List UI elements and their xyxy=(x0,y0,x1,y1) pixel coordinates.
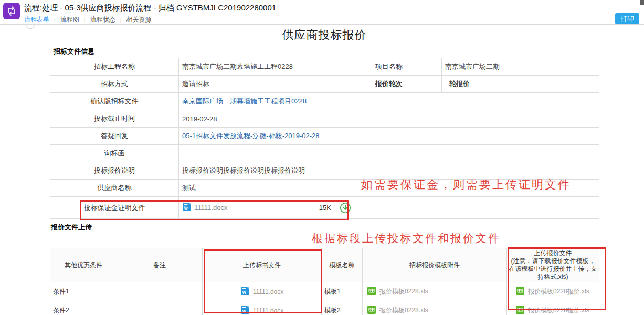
svg-text:w: w xyxy=(242,290,246,295)
col-header-template-attachment: 招标报价模板附件 xyxy=(363,248,507,282)
label-inquiry-letter: 询标函 xyxy=(50,145,179,162)
svg-text:w: w xyxy=(184,206,188,211)
bid-info-table: 招标文件信息 招标工程名称 南京城市广场二期幕墙施工工程0228 项目名称 南京… xyxy=(50,45,599,219)
page-title: 流程:处理 - 05-3供应商投标报价流程 - 归档 GYSTBMJLC2019… xyxy=(24,3,276,13)
cell-condition: 条件1 xyxy=(50,282,117,301)
upload-quote-file-note: (注意：请下载报价文件模板，在该模板中进行报价并上传；支持格式.xls) xyxy=(509,257,597,281)
word-file-icon: w xyxy=(182,202,192,213)
template-file-name[interactable]: 报价模板0228.xls xyxy=(379,287,428,296)
excel-file-icon xyxy=(367,305,376,315)
tab-separator: | xyxy=(84,17,86,23)
quote-file-name[interactable]: 报价模板0228报价.xls xyxy=(528,287,589,296)
deposit-file-name[interactable]: 11111.docx xyxy=(194,204,227,212)
qa-reply-link[interactable]: 05-1招标文件发放流程-泛微-孙毅-2019-02-28 xyxy=(182,132,320,140)
label-quote-description: 投标报价说明 xyxy=(50,162,179,180)
label-project-name: 招标工程名称 xyxy=(50,58,179,76)
tab-process-form[interactable]: 流程表单 xyxy=(24,15,49,24)
word-file-icon: w xyxy=(240,305,250,315)
download-icon[interactable] xyxy=(340,202,351,214)
value-bid-deadline: 2019-02-28 xyxy=(179,110,599,128)
tab-separator: | xyxy=(54,17,56,23)
col-header-template-name: 模板名称 xyxy=(322,248,363,282)
section-title-bid-info: 招标文件信息 xyxy=(50,45,599,58)
workflow-icon xyxy=(3,3,20,19)
value-inquiry-letter xyxy=(179,145,599,162)
upload-quote-file-title: 上传报价文件 xyxy=(509,249,597,257)
value-project-title: 南京城市广场二期 xyxy=(442,58,599,76)
col-header-upload-quote-file: 上传报价文件 (注意：请下载报价文件模板，在该模板中进行报价并上传；支持格式.x… xyxy=(507,248,599,282)
bottom-divider xyxy=(0,313,644,313)
quote-file: 报价模板0228报价.xls xyxy=(507,305,599,315)
confirmed-bid-file-link[interactable]: 南京国际广场二期幕墙施工工程项目0228 xyxy=(182,97,307,105)
label-bid-method: 招标方式 xyxy=(50,76,179,93)
word-file-icon: w xyxy=(240,286,250,297)
vertical-scrollbar-thumb[interactable] xyxy=(640,0,644,5)
value-bid-method: 邀请招标 xyxy=(179,76,336,93)
cell-template-name: 模板1 xyxy=(322,282,363,301)
quote-file-name[interactable]: 报价模板0228报价.xls xyxy=(528,306,589,315)
form-title: 供应商投标报价 xyxy=(50,27,599,43)
bid-file: w 11111.docx xyxy=(203,286,321,297)
upload-annotation: 根据标段上传投标文件和报价文件 xyxy=(312,231,501,246)
cell-remark xyxy=(117,282,203,301)
template-file-name[interactable]: 报价模板0228.xls xyxy=(379,306,428,315)
col-header-remark: 备注 xyxy=(117,248,203,282)
table-row: 条件1 w 11111.docx 模板1 xyxy=(50,282,599,301)
excel-file-icon xyxy=(367,286,376,297)
bid-file: w 11111.docx xyxy=(203,305,321,315)
label-project-title: 项目名称 xyxy=(336,58,442,76)
label-supplier-name: 供应商名称 xyxy=(50,180,179,197)
template-file: 报价模板0228.xls xyxy=(363,305,506,315)
value-quote-round: 轮报价 xyxy=(442,76,599,93)
deposit-file-size: 15K xyxy=(319,204,331,212)
tab-process-status[interactable]: 流程状态 xyxy=(90,15,115,24)
print-button[interactable]: 打印 xyxy=(615,13,639,24)
value-project-name: 南京城市广场二期幕墙施工工程0228 xyxy=(179,58,336,76)
collapse-handle[interactable] xyxy=(26,25,35,29)
deposit-annotation: 如需要保证金，则需要上传证明文件 xyxy=(361,177,571,193)
tab-bar: 流程表单 | 流程图 | 流程状态 | 相关资源 xyxy=(24,15,152,24)
label-qa-reply: 答疑回复 xyxy=(50,128,179,145)
label-deposit-proof-file: 投标保证金证明文件 xyxy=(50,197,179,219)
deposit-proof-file: w 11111.docx 15K xyxy=(182,202,351,214)
quote-upload-table: 其他优惠条件 备注 上传标书文件 模板名称 招标报价模板附件 上传报价文件 (注… xyxy=(50,248,599,315)
bid-file-name[interactable]: 11111.docx xyxy=(253,288,284,296)
col-header-upload-bid-file: 上传标书文件 xyxy=(203,248,322,282)
tab-process-chart[interactable]: 流程图 xyxy=(60,15,79,24)
template-file: 报价模板0228.xls xyxy=(363,286,506,297)
col-header-other-conditions: 其他优惠条件 xyxy=(50,248,117,282)
window: 流程:处理 - 05-3供应商投标报价流程 - 归档 GYSTBMJLC2019… xyxy=(0,0,644,315)
top-bar: 流程:处理 - 05-3供应商投标报价流程 - 归档 GYSTBMJLC2019… xyxy=(0,0,644,24)
tab-related-resources[interactable]: 相关资源 xyxy=(126,15,152,24)
quote-file: 报价模板0228报价.xls xyxy=(507,286,599,297)
label-quote-round: 报价轮次 xyxy=(336,76,442,93)
excel-file-icon xyxy=(515,286,525,297)
header-divider xyxy=(0,24,644,25)
label-bid-deadline: 投标截止时间 xyxy=(50,110,179,128)
excel-file-icon xyxy=(515,305,525,315)
tab-separator: | xyxy=(120,17,122,23)
label-confirmed-bid-file: 确认版招标文件 xyxy=(50,93,179,110)
